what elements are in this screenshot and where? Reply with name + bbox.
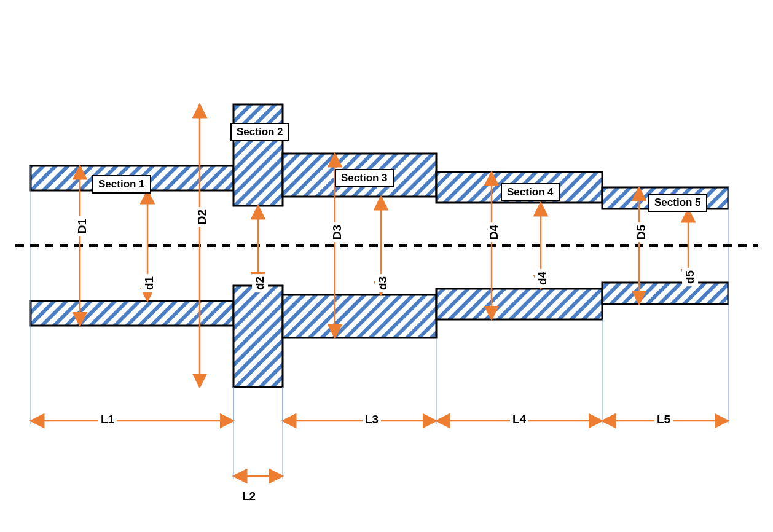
L5-label: L5 bbox=[654, 412, 673, 428]
section4-bot bbox=[436, 289, 602, 319]
section1-bot bbox=[31, 301, 233, 326]
section2-bot bbox=[233, 286, 283, 387]
d1-label: d1 bbox=[141, 274, 157, 292]
shaft-diagram bbox=[0, 0, 773, 532]
D3-label: D3 bbox=[329, 222, 345, 242]
d3-label: d3 bbox=[375, 274, 391, 292]
section3-label: Section 3 bbox=[335, 169, 394, 187]
d5-label: d5 bbox=[682, 268, 698, 286]
D1-label: D1 bbox=[74, 216, 90, 236]
L2-label: L2 bbox=[240, 488, 258, 504]
D5-label: D5 bbox=[634, 222, 649, 242]
d2-label: d2 bbox=[252, 274, 268, 292]
section1-label: Section 1 bbox=[92, 175, 151, 194]
section2-top bbox=[233, 104, 283, 206]
L4-label: L4 bbox=[510, 412, 528, 428]
L1-label: L1 bbox=[98, 412, 117, 428]
D4-label: D4 bbox=[486, 222, 502, 242]
section4-label: Section 4 bbox=[501, 183, 560, 201]
L3-label: L3 bbox=[363, 412, 381, 428]
section5-bot bbox=[602, 283, 728, 304]
d4-label: d4 bbox=[535, 269, 551, 288]
section5-label: Section 5 bbox=[648, 194, 707, 212]
section2-label: Section 2 bbox=[230, 123, 289, 141]
section3-bot bbox=[283, 295, 436, 338]
D2-label: D2 bbox=[194, 207, 210, 227]
